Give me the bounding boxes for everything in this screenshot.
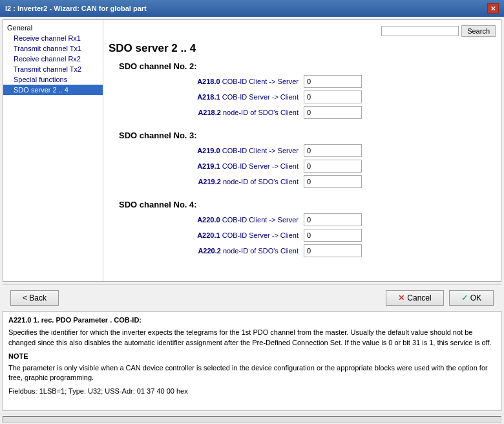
param-a220-1-input[interactable] [304, 229, 362, 242]
back-button[interactable]: < Back [10, 290, 59, 306]
info-panel: A221.0 1. rec. PDO Parameter . COB-ID: S… [3, 311, 501, 411]
search-button[interactable]: Search [461, 25, 496, 37]
param-row: A220.2 node-ID of SDO's Client [129, 244, 496, 257]
info-text: Specifies the identifier for which the i… [8, 328, 496, 348]
param-label: A219.2 node-ID of SDO's Client [129, 178, 304, 186]
channel-2-title: SDO channel No. 2: [119, 61, 496, 71]
param-row: A218.0 COB-ID Client -> Server [129, 75, 496, 88]
param-a218-1-input[interactable] [304, 90, 362, 103]
param-label: A218.0 COB-ID Client -> Server [129, 78, 304, 85]
sidebar-item-transmit-tx1[interactable]: Transmit channel Tx1 [3, 43, 103, 54]
param-label: A220.2 node-ID of SDO's Client [129, 247, 304, 255]
ok-icon: ✓ [461, 293, 468, 302]
window-controls: ✕ [487, 3, 499, 14]
sdo-channel-3: SDO channel No. 3: A219.0 COB-ID Client … [109, 131, 496, 191]
info-note-text: The parameter is only visible when a CAN… [8, 363, 496, 383]
param-row: A220.1 COB-ID Server -> Client [129, 229, 496, 242]
sidebar-item-general[interactable]: General [3, 23, 103, 33]
right-panel: Search SDO server 2 .. 4 SDO channel No.… [103, 20, 501, 281]
param-a218-2-input[interactable] [304, 106, 362, 119]
window-title: I2 : Inverter2 - Wizard: CAN for global … [5, 5, 147, 12]
sidebar: General Receive channel Rx1 Transmit cha… [3, 20, 103, 281]
param-a219-2-input[interactable] [304, 175, 362, 188]
param-row: A218.2 node-ID of SDO's Client [129, 106, 496, 119]
bottom-scrollbar[interactable] [0, 414, 504, 424]
sidebar-item-receive-rx2[interactable]: Receive channel Rx2 [3, 54, 103, 64]
channel-3-title: SDO channel No. 3: [119, 131, 496, 140]
button-bar: < Back ✕ Cancel ✓ OK [3, 284, 501, 311]
param-row: A219.1 COB-ID Server -> Client [129, 160, 496, 173]
param-a220-2-input[interactable] [304, 244, 362, 257]
channel-4-title: SDO channel No. 4: [119, 200, 496, 209]
search-bar: Search [109, 25, 496, 37]
param-label: A219.1 COB-ID Server -> Client [129, 162, 304, 170]
sdo-channel-4: SDO channel No. 4: A220.0 COB-ID Client … [109, 200, 496, 260]
param-label: A218.2 node-ID of SDO's Client [129, 109, 304, 116]
param-row: A218.1 COB-ID Server -> Client [129, 90, 496, 103]
title-bar: I2 : Inverter2 - Wizard: CAN for global … [0, 0, 504, 17]
param-a219-1-input[interactable] [304, 160, 362, 173]
sidebar-item-sdo-server[interactable]: SDO server 2 .. 4 [3, 85, 103, 95]
param-a219-0-input[interactable] [304, 144, 362, 157]
scroll-track[interactable] [3, 416, 501, 423]
sidebar-item-special[interactable]: Special functions [3, 74, 103, 85]
param-row: A219.0 COB-ID Client -> Server [129, 144, 496, 157]
param-label: A218.1 COB-ID Server -> Client [129, 93, 304, 101]
content-area: General Receive channel Rx1 Transmit cha… [3, 19, 501, 282]
search-input[interactable] [384, 27, 436, 35]
param-row: A220.0 COB-ID Client -> Server [129, 213, 496, 226]
sidebar-item-transmit-tx2[interactable]: Transmit channel Tx2 [3, 64, 103, 74]
info-title: A221.0 1. rec. PDO Parameter . COB-ID: [8, 315, 496, 325]
main-container: General Receive channel Rx1 Transmit cha… [0, 17, 504, 424]
search-wrapper[interactable] [381, 26, 459, 36]
cancel-icon: ✕ [398, 293, 404, 302]
param-a218-0-input[interactable] [304, 75, 362, 88]
info-note-title: NOTE [8, 352, 496, 361]
close-button[interactable]: ✕ [487, 3, 499, 14]
param-label: A220.1 COB-ID Server -> Client [129, 231, 304, 239]
ok-button[interactable]: ✓ OK [449, 290, 494, 306]
info-fieldbus: Fieldbus: 1LSB=1; Type: U32; USS-Adr: 01… [8, 387, 496, 396]
sidebar-item-receive-rx1[interactable]: Receive channel Rx1 [3, 33, 103, 43]
page-title: SDO server 2 .. 4 [109, 42, 496, 55]
param-label: A220.0 COB-ID Client -> Server [129, 216, 304, 224]
param-row: A219.2 node-ID of SDO's Client [129, 175, 496, 188]
sdo-channel-2: SDO channel No. 2: A218.0 COB-ID Client … [109, 61, 496, 122]
param-label: A219.0 COB-ID Client -> Server [129, 147, 304, 154]
cancel-button[interactable]: ✕ Cancel [386, 290, 443, 306]
param-a220-0-input[interactable] [304, 213, 362, 226]
